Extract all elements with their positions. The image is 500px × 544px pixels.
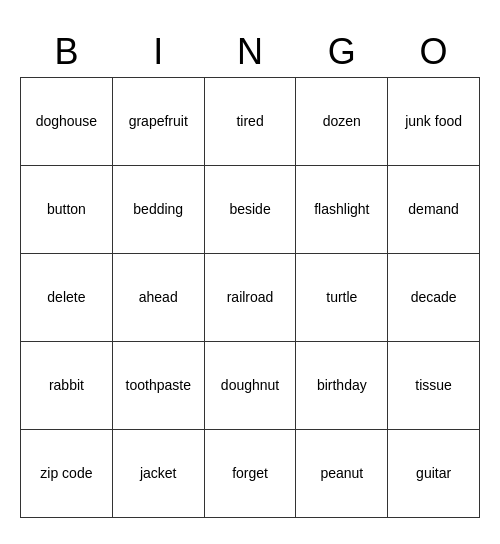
bingo-cell-2-2: railroad [204, 253, 296, 341]
bingo-cell-4-1: jacket [112, 429, 204, 517]
bingo-cell-2-0: delete [21, 253, 113, 341]
bingo-cell-3-2: doughnut [204, 341, 296, 429]
bingo-cell-0-0: doghouse [21, 77, 113, 165]
bingo-row-4: zip codejacketforgetpeanutguitar [21, 429, 480, 517]
bingo-header-row: BINGO [21, 27, 480, 78]
bingo-cell-1-4: demand [388, 165, 480, 253]
bingo-cell-1-3: flashlight [296, 165, 388, 253]
bingo-row-1: buttonbeddingbesideflashlightdemand [21, 165, 480, 253]
header-letter-g: G [296, 27, 388, 78]
bingo-cell-2-1: ahead [112, 253, 204, 341]
bingo-cell-3-1: toothpaste [112, 341, 204, 429]
bingo-row-0: doghousegrapefruittireddozenjunk food [21, 77, 480, 165]
bingo-cell-3-3: birthday [296, 341, 388, 429]
bingo-cell-0-3: dozen [296, 77, 388, 165]
header-letter-b: B [21, 27, 113, 78]
header-letter-o: O [388, 27, 480, 78]
bingo-cell-1-2: beside [204, 165, 296, 253]
bingo-cell-1-1: bedding [112, 165, 204, 253]
bingo-cell-3-0: rabbit [21, 341, 113, 429]
bingo-cell-0-1: grapefruit [112, 77, 204, 165]
bingo-cell-2-4: decade [388, 253, 480, 341]
bingo-cell-4-0: zip code [21, 429, 113, 517]
bingo-row-2: deleteaheadrailroadturtledecade [21, 253, 480, 341]
bingo-cell-3-4: tissue [388, 341, 480, 429]
bingo-cell-4-3: peanut [296, 429, 388, 517]
bingo-cell-0-4: junk food [388, 77, 480, 165]
bingo-cell-2-3: turtle [296, 253, 388, 341]
header-letter-i: I [112, 27, 204, 78]
bingo-cell-0-2: tired [204, 77, 296, 165]
bingo-card: BINGO doghousegrapefruittireddozenjunk f… [20, 27, 480, 518]
header-letter-n: N [204, 27, 296, 78]
bingo-cell-4-2: forget [204, 429, 296, 517]
bingo-cell-4-4: guitar [388, 429, 480, 517]
bingo-row-3: rabbittoothpastedoughnutbirthdaytissue [21, 341, 480, 429]
bingo-cell-1-0: button [21, 165, 113, 253]
